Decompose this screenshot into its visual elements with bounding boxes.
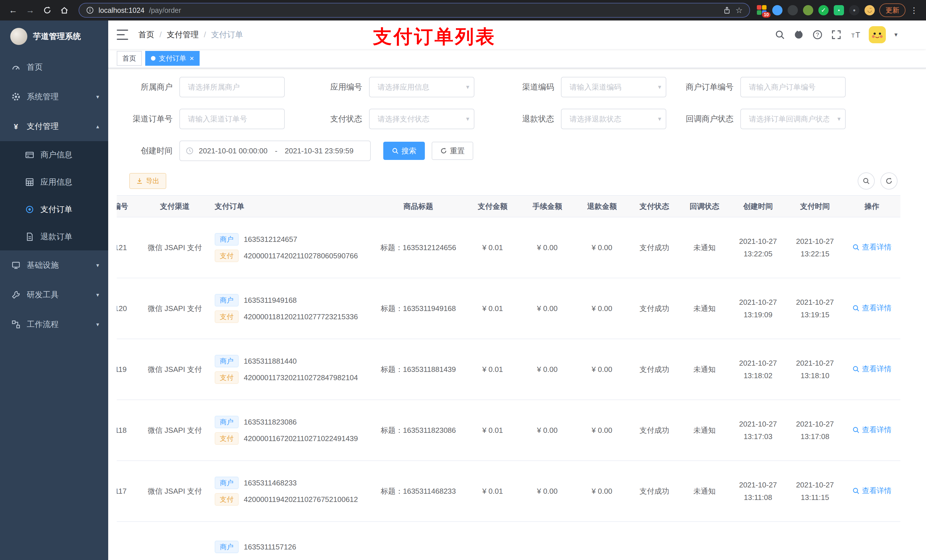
cell-action: 查看详情 <box>843 364 900 375</box>
sidebar-item-devtools[interactable]: 研发工具 ▾ <box>0 280 108 309</box>
extension-icon-pin[interactable]: ● <box>849 5 859 15</box>
help-icon[interactable]: ? <box>813 30 823 40</box>
extension-icon-colorful[interactable]: 10 <box>757 5 767 15</box>
browser-home-button[interactable] <box>57 3 72 18</box>
pay-status-filter-input[interactable] <box>369 109 474 129</box>
close-icon[interactable]: × <box>190 54 194 62</box>
view-detail-link[interactable]: 查看详情 <box>852 303 891 313</box>
pay-tag: 支付 <box>215 311 239 323</box>
browser-refresh-button[interactable] <box>40 3 54 18</box>
toggle-search-button[interactable] <box>858 172 875 190</box>
cell-fee-amount: ¥ 0.00 <box>520 487 575 496</box>
extension-icon-dark-sphere[interactable] <box>788 5 798 15</box>
merchant-filter-input[interactable] <box>179 77 285 97</box>
sidebar-item-workflow[interactable]: 工作流程 ▾ <box>0 309 108 339</box>
reset-button[interactable]: 重置 <box>432 142 473 160</box>
cell-pay-channel: 微信 JSAPI 支付 <box>141 243 209 253</box>
cell-refund-amount: ¥ 0.00 <box>575 426 629 435</box>
cell-title: 标题：1635311823086 <box>371 426 465 435</box>
hamburger-icon[interactable] <box>117 30 129 40</box>
filter-row-3: 创建时间 2021-10-01 00:00:00 - 2021-10-31 23… <box>117 140 915 161</box>
refresh-icon <box>440 147 447 154</box>
cell-pay-status: 支付成功 <box>629 426 679 435</box>
cell-fee-amount: ¥ 0.00 <box>520 365 575 374</box>
create-time-range-picker[interactable]: 2021-10-01 00:00:00 - 2021-10-31 23:59:5… <box>179 140 371 161</box>
chevron-down-icon: ▾ <box>96 93 99 100</box>
site-info-icon[interactable] <box>86 6 94 14</box>
column-header-fee: 手续金额 <box>520 201 575 211</box>
bookmark-star-icon[interactable]: ☆ <box>735 6 743 15</box>
svg-text:T: T <box>855 31 860 39</box>
sidebar-item-merchant-info[interactable]: 商户信息 <box>0 141 108 169</box>
table-row: 119 微信 JSAPI 支付 商户 1635311881440 支付 4200… <box>117 339 900 400</box>
app-no-filter-input[interactable] <box>369 77 474 97</box>
refund-status-filter-input[interactable] <box>561 109 666 129</box>
extension-icon-drop[interactable] <box>772 5 782 15</box>
view-detail-label: 查看详情 <box>862 303 891 313</box>
sidebar-item-label: 系统管理 <box>27 91 59 102</box>
tab-pay-order[interactable]: 支付订单 × <box>145 51 200 66</box>
fullscreen-icon[interactable] <box>831 30 841 40</box>
breadcrumb-home[interactable]: 首页 <box>138 29 154 40</box>
cell-notify-status: 未通知 <box>679 365 729 374</box>
active-dot-icon <box>151 56 156 60</box>
sidebar-item-refund-order[interactable]: 退款订单 <box>0 223 108 251</box>
sidebar-item-label: 支付管理 <box>27 121 59 132</box>
search-button[interactable]: 搜索 <box>383 142 425 160</box>
github-icon[interactable] <box>794 30 804 40</box>
view-detail-link[interactable]: 查看详情 <box>852 425 891 435</box>
user-avatar[interactable] <box>869 26 886 43</box>
view-detail-link[interactable]: 查看详情 <box>852 364 891 374</box>
gear-icon <box>11 92 21 101</box>
pay-tag: 支付 <box>215 249 239 262</box>
font-size-icon[interactable]: TT <box>850 30 860 40</box>
cell-title: 标题：1635312124656 <box>371 243 465 253</box>
cell-id: 118 <box>117 426 141 435</box>
logo[interactable]: 芋道管理系统 <box>0 21 108 52</box>
browser-forward-button[interactable]: → <box>23 3 38 18</box>
sidebar-item-infrastructure[interactable]: 基础设施 ▾ <box>0 251 108 280</box>
refresh-table-button[interactable] <box>881 172 897 190</box>
merchant-order-no-filter <box>740 77 846 97</box>
export-button[interactable]: 导出 <box>129 173 166 189</box>
view-detail-link[interactable]: 查看详情 <box>852 242 891 252</box>
cell-pay-status: 支付成功 <box>629 303 679 314</box>
sidebar-item-payment[interactable]: ¥ 支付管理 ▴ <box>0 112 108 141</box>
merchant-tag: 商户 <box>215 355 239 367</box>
filter-label: 创建时间 <box>117 145 179 156</box>
profile-avatar-icon[interactable]: ◡̈ <box>864 5 875 15</box>
cell-fee-amount: ¥ 0.00 <box>520 426 575 435</box>
cell-pay-time: 2021-10-27 13:19:15 <box>787 296 843 321</box>
avatar-caret-icon[interactable]: ▾ <box>894 31 897 38</box>
cell-fee-amount: ¥ 0.00 <box>520 243 575 252</box>
breadcrumb-parent[interactable]: 支付管理 <box>167 29 199 40</box>
merchant-order-no-filter-input[interactable] <box>740 77 846 97</box>
extension-icon-check[interactable]: ✓ <box>819 5 829 15</box>
notify-status-filter-input[interactable] <box>740 109 846 129</box>
column-header-pay-time: 支付时间 <box>787 201 843 211</box>
search-icon[interactable] <box>775 30 785 40</box>
channel-order-no-filter-input[interactable] <box>179 109 285 129</box>
payment-submenu: 商户信息 应用信息 支付订单 退款订单 <box>0 141 108 251</box>
browser-menu-icon[interactable]: ⋮ <box>908 6 920 15</box>
extension-badge: 10 <box>762 12 770 18</box>
refund-status-filter: ▾ <box>561 109 666 129</box>
share-icon[interactable] <box>723 6 731 14</box>
pay-order-line: 支付 4200001174202110278060590766 <box>215 249 369 262</box>
extensions-area: 10 ✓ ▪ ● ◡̈ <box>757 5 875 15</box>
browser-update-button[interactable]: 更新 <box>879 3 905 17</box>
sidebar-item-home[interactable]: 首页 <box>0 52 108 82</box>
filter-label: 渠道编码 <box>492 82 561 92</box>
address-bar[interactable]: localhost:1024/pay/order ☆ <box>79 3 750 18</box>
extension-icon-green-sphere[interactable] <box>803 5 813 15</box>
merchant-tag: 商户 <box>215 540 239 553</box>
sidebar-item-pay-order[interactable]: 支付订单 <box>0 196 108 223</box>
extension-icon-chat[interactable]: ▪ <box>834 5 844 15</box>
workflow-icon <box>11 320 21 329</box>
browser-back-button[interactable]: ← <box>6 3 21 18</box>
sidebar-item-app-info[interactable]: 应用信息 <box>0 169 108 196</box>
sidebar-item-system[interactable]: 系统管理 ▾ <box>0 82 108 112</box>
tab-home[interactable]: 首页 <box>117 51 142 66</box>
channel-code-filter-input[interactable] <box>561 77 666 97</box>
view-detail-link[interactable]: 查看详情 <box>852 486 891 496</box>
